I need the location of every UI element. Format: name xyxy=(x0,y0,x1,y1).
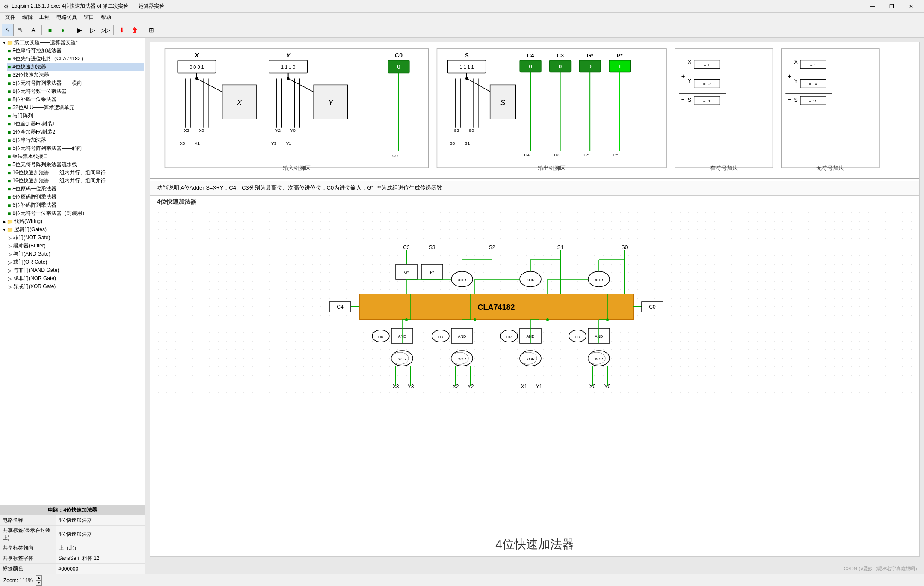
tree-item-8bit-mult[interactable]: ■ 8位无符号数一位乘法器 xyxy=(7,87,144,95)
tree-buffer[interactable]: ▷ 缓冲器(Buffer) xyxy=(7,242,144,250)
svg-text:输入引脚区: 输入引脚区 xyxy=(283,165,311,171)
close-button[interactable]: ✕ xyxy=(901,0,921,13)
menu-edit[interactable]: 编辑 xyxy=(19,13,36,22)
tree-label-14: 乘法流水线接口 xyxy=(12,153,48,160)
svg-text:0: 0 xyxy=(397,63,400,70)
gate-icon-nand: ▷ xyxy=(8,268,12,274)
tree-item-5bit-mult-h[interactable]: ■ 5位无符号阵列乘法器——横向 xyxy=(7,79,144,87)
tool-play[interactable]: ▶ xyxy=(74,24,86,36)
menubar: 文件 编辑 工程 电路仿真 窗口 帮助 xyxy=(0,13,924,22)
tree-item-8bit-serial[interactable]: ■ 8位串行加法器 xyxy=(7,136,144,144)
tree-item-cla[interactable]: ■ 4位先行进位电路（CLA74182） xyxy=(7,55,144,63)
tree-item-16bit-parallel[interactable]: ■ 16位快速加法器——组内并行、组间并行 xyxy=(7,177,144,185)
svg-text:= 1: = 1 xyxy=(810,62,817,67)
zoom-label: Zoom: 111% xyxy=(3,577,33,583)
svg-text:C0: C0 xyxy=(395,52,403,59)
svg-text:= -2: = -2 xyxy=(703,81,711,86)
menu-file[interactable]: 文件 xyxy=(2,13,19,22)
tree-item-5bit-diag[interactable]: ■ 5位无符号阵列乘法器——斜向 xyxy=(7,144,144,152)
prop-value-color[interactable]: #000000 xyxy=(56,564,145,574)
zoom-up-arrow[interactable]: ▲ xyxy=(36,575,42,580)
tree-nor-gate[interactable]: ▷ 或非门(NOR Gate) xyxy=(7,274,144,283)
tree-not-gate[interactable]: ▷ 非门(NOT Gate) xyxy=(7,234,144,242)
prop-value-direction[interactable]: 上（北） xyxy=(56,543,145,553)
tool-green[interactable]: ■ xyxy=(44,24,56,36)
toolbar-separator-2 xyxy=(71,25,71,35)
tree-item-fa2[interactable]: ■ 1位全加器FA封装2 xyxy=(7,128,144,136)
menu-help[interactable]: 帮助 xyxy=(98,13,115,22)
tree-nand-gate[interactable]: ▷ 与非门(NAND Gate) xyxy=(7,266,144,274)
tree-label-6: 8位无符号数一位乘法器 xyxy=(12,88,67,95)
canvas-area[interactable]: 输入引脚区 输出引脚区 有符号加法 无符号加法 X 0 0 0 1 X2 X0 … xyxy=(145,38,924,574)
svg-text:P*: P* xyxy=(617,52,623,59)
svg-text:S0: S0 xyxy=(622,244,628,250)
svg-text:有符号加法: 有符号加法 xyxy=(710,165,738,171)
menu-simulate[interactable]: 电路仿真 xyxy=(53,13,80,22)
prop-value-shared[interactable]: 4位快速加法器 xyxy=(56,526,145,543)
window-controls: — ❐ ✕ xyxy=(863,0,921,13)
prop-value-font[interactable]: SansSerif 粗体 12 xyxy=(56,553,145,564)
tree-label-11: 1位全加器FA封装2 xyxy=(12,128,55,136)
tree-area[interactable]: ▼ 📁 第二次实验——运算器实验* ■ 8位串行可控加减法器 ■ 4位先行进位电… xyxy=(0,38,145,505)
tree-item-6bit-comp[interactable]: ■ 6位补码阵列乘法器 xyxy=(7,201,144,209)
tool-text[interactable]: A xyxy=(27,24,39,36)
zoom-down-arrow[interactable]: ▼ xyxy=(36,580,42,586)
tree-label-8: 32位ALU——算术逻辑单元 xyxy=(12,104,74,111)
zoom-stepper[interactable]: ▲ ▼ xyxy=(36,575,42,586)
tree-expand-root[interactable]: ▼ xyxy=(2,41,7,45)
tool-pointer[interactable]: ↖ xyxy=(2,24,14,36)
tree-item-32bit[interactable]: ■ 32位快速加法器 xyxy=(7,71,144,79)
tree-item-32alu[interactable]: ■ 32位ALU——算术逻辑单元 xyxy=(7,104,144,112)
tree-expand-gates[interactable]: ▼ xyxy=(2,228,7,232)
menu-project[interactable]: 工程 xyxy=(36,13,53,22)
svg-text:X: X xyxy=(794,59,798,65)
tree-and-gate[interactable]: ▷ 与门(AND Gate) xyxy=(7,250,144,258)
tree-group-wiring[interactable]: ▶ 📁 线路(Wiring) xyxy=(1,217,144,226)
tree-label-20: 6位补码阵列乘法器 xyxy=(12,202,56,209)
tree-xor-gate[interactable]: ▷ 异或门(XOR Gate) xyxy=(7,283,144,291)
tool-fast[interactable]: ▷▷ xyxy=(99,24,111,36)
circuit-description: 功能说明:4位Adder S=X+Y，C4、C3分别为最高位、次高位进位位，C0… xyxy=(150,181,919,196)
svg-text:C3: C3 xyxy=(554,152,560,157)
tree-or-gate[interactable]: ▷ 或门(OR Gate) xyxy=(7,258,144,266)
circuit-icon-13: ■ xyxy=(8,146,11,152)
prop-value-name[interactable]: 4位快速加法器 xyxy=(56,515,145,526)
circuit-icon-15: ■ xyxy=(8,162,11,168)
tree-item-4bit-fast[interactable]: ■ 4位快速加法器 xyxy=(7,63,144,71)
svg-text:XOR: XOR xyxy=(458,278,466,282)
tool-save-red[interactable]: ⬇ xyxy=(116,24,128,36)
circuit-icon-17: ■ xyxy=(8,178,11,184)
tool-delete[interactable]: 🗑 xyxy=(129,24,141,36)
svg-text:Y2: Y2 xyxy=(275,128,281,133)
tool-grid[interactable]: ⊞ xyxy=(145,24,157,36)
tree-group-gates[interactable]: ▼ 📁 逻辑门(Gates) xyxy=(1,226,144,234)
tree-item-16bit-serial[interactable]: ■ 16位快速加法器——组内并行、组间串行 xyxy=(7,169,144,177)
tool-edit[interactable]: ✎ xyxy=(15,24,27,36)
tool-step[interactable]: ▷ xyxy=(86,24,98,36)
tree-item-pipeline-if[interactable]: ■ 乘法流水线接口 xyxy=(7,152,144,161)
tree-expand-wiring[interactable]: ▶ xyxy=(2,220,7,224)
minimize-button[interactable]: — xyxy=(863,0,882,13)
tree-root[interactable]: ▼ 📁 第二次实验——运算器实验* xyxy=(1,39,144,47)
svg-text:Y: Y xyxy=(794,77,798,84)
tree-item-6bit-array[interactable]: ■ 6位原码阵列乘法器 xyxy=(7,193,144,201)
tree-item-8bit-comp[interactable]: ■ 8位补码一位乘法器 xyxy=(7,95,144,104)
zoom-control[interactable]: Zoom: 111% ▲ ▼ xyxy=(3,575,42,586)
tool-run[interactable]: ● xyxy=(57,24,69,36)
maximize-button[interactable]: ❐ xyxy=(882,0,901,13)
tree-item-fa1[interactable]: ■ 1位全加器FA封装1 xyxy=(7,120,144,128)
tree-item-pipeline[interactable]: ■ 5位无符号阵列乘法器流水线 xyxy=(7,161,144,169)
tree-item-8bit-orig[interactable]: ■ 8位原码一位乘法器 xyxy=(7,185,144,193)
svg-text:0: 0 xyxy=(559,63,562,70)
svg-text:G*: G* xyxy=(404,270,409,274)
tree-label-15: 5位无符号阵列乘法器流水线 xyxy=(12,161,77,168)
svg-text:1  1  1  1: 1 1 1 1 xyxy=(459,65,474,70)
svg-text:C0: C0 xyxy=(392,153,398,158)
tree-item-8bit-pack[interactable]: ■ 8位无符号一位乘法器（封装用） xyxy=(7,209,144,217)
svg-text:+: + xyxy=(681,73,685,80)
tree-item-and-array[interactable]: ■ 与门阵列 xyxy=(7,112,144,120)
toolbar: ↖ ✎ A ■ ● ▶ ▷ ▷▷ ⬇ 🗑 ⊞ xyxy=(0,22,924,38)
svg-text:XOR: XOR xyxy=(595,278,603,282)
menu-window[interactable]: 窗口 xyxy=(80,13,98,22)
tree-item-8bit-addsub[interactable]: ■ 8位串行可控加减法器 xyxy=(7,47,144,55)
